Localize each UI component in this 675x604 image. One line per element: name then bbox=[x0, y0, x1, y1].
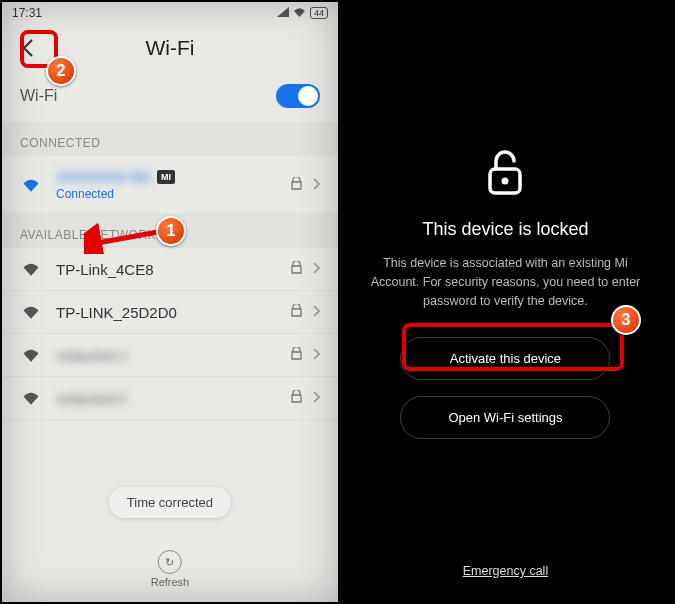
open-wifi-settings-button[interactable]: Open Wi-Fi settings bbox=[400, 396, 610, 439]
wifi-icon bbox=[20, 305, 42, 319]
wifi-icon bbox=[20, 348, 42, 362]
page-title: Wi-Fi bbox=[44, 36, 296, 60]
network-row[interactable]: TP-Link_4CE8 bbox=[2, 248, 338, 291]
wifi-settings-screen: 17:31 44 Wi-Fi Wi-Fi CONNECTED XXXXXXX-5… bbox=[2, 2, 338, 602]
wifi-status-icon bbox=[293, 6, 306, 20]
battery-icon: 44 bbox=[310, 7, 328, 19]
network-row[interactable]: TP-LINK_25D2D0 bbox=[2, 291, 338, 334]
connected-status: Connected bbox=[56, 187, 291, 201]
chevron-left-icon bbox=[21, 38, 35, 58]
toast-message: Time corrected bbox=[109, 487, 231, 518]
connected-network-name: XXXXXXX-5G bbox=[56, 168, 151, 185]
mi-badge: MI bbox=[157, 170, 175, 184]
connected-network-row[interactable]: XXXXXXX-5G MI Connected bbox=[2, 156, 338, 214]
status-bar: 17:31 44 bbox=[2, 2, 338, 24]
network-row[interactable]: redacted-2 bbox=[2, 377, 338, 420]
wifi-toggle-label: Wi-Fi bbox=[20, 87, 57, 105]
emergency-call-link[interactable]: Emergency call bbox=[463, 564, 548, 578]
wifi-icon bbox=[20, 178, 42, 192]
chevron-right-icon bbox=[312, 389, 320, 407]
wifi-icon bbox=[20, 391, 42, 405]
lock-body: This device is associated with an existi… bbox=[366, 254, 645, 310]
signal-icon bbox=[277, 6, 289, 20]
status-icons: 44 bbox=[277, 6, 328, 20]
lock-icon bbox=[291, 389, 302, 407]
refresh-icon: ↻ bbox=[158, 550, 182, 574]
lock-icon bbox=[291, 260, 302, 278]
lock-icon bbox=[291, 176, 302, 194]
refresh-label: Refresh bbox=[151, 576, 190, 588]
wifi-icon bbox=[20, 262, 42, 276]
available-section-label: AVAILABLE NETWORKS bbox=[2, 214, 338, 248]
network-name: redacted-2 bbox=[56, 390, 128, 407]
wifi-master-row: Wi-Fi bbox=[2, 74, 338, 122]
header: Wi-Fi bbox=[2, 24, 338, 74]
back-button[interactable] bbox=[12, 32, 44, 64]
chevron-right-icon bbox=[312, 176, 320, 194]
unlock-icon bbox=[484, 149, 526, 201]
svg-point-1 bbox=[502, 178, 509, 185]
refresh-button[interactable]: ↻ Refresh bbox=[151, 550, 190, 588]
lock-icon bbox=[291, 346, 302, 364]
activate-device-button[interactable]: Activate this device bbox=[400, 337, 610, 380]
network-name: TP-Link_4CE8 bbox=[56, 261, 154, 278]
network-name: redacted-1 bbox=[56, 347, 128, 364]
lock-icon bbox=[291, 303, 302, 321]
wifi-toggle[interactable] bbox=[276, 84, 320, 108]
chevron-right-icon bbox=[312, 260, 320, 278]
network-row[interactable]: redacted-1 bbox=[2, 334, 338, 377]
lock-title: This device is locked bbox=[422, 219, 588, 240]
chevron-right-icon bbox=[312, 346, 320, 364]
device-locked-screen: This device is locked This device is ass… bbox=[338, 2, 673, 602]
chevron-right-icon bbox=[312, 303, 320, 321]
network-name: TP-LINK_25D2D0 bbox=[56, 304, 177, 321]
clock: 17:31 bbox=[12, 6, 42, 20]
connected-section-label: CONNECTED bbox=[2, 122, 338, 156]
